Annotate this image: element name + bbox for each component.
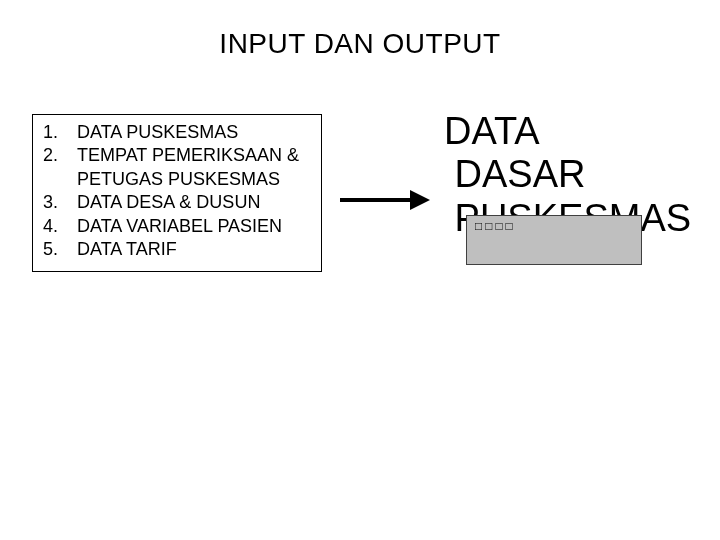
list-item: 1. DATA PUSKESMAS [43,121,311,144]
list-number: 5. [43,238,77,261]
list-text: DATA DESA & DUSUN [77,191,311,214]
list-number: 1. [43,121,77,144]
list-item: 4. DATA VARIABEL PASIEN [43,215,311,238]
list-text: DATA TARIF [77,238,311,261]
input-list-box: 1. DATA PUSKESMAS 2. TEMPAT PEMERIKSAAN … [32,114,322,272]
input-list: 1. DATA PUSKESMAS 2. TEMPAT PEMERIKSAAN … [43,121,311,261]
svg-marker-1 [410,190,430,210]
list-item: 3. DATA DESA & DUSUN [43,191,311,214]
list-number: 4. [43,215,77,238]
list-item: 2. TEMPAT PEMERIKSAAN & PETUGAS PUSKESMA… [43,144,311,191]
list-text: DATA VARIABEL PASIEN [77,215,311,238]
diagram-stage: INPUT DAN OUTPUT 1. DATA PUSKESMAS 2. TE… [0,0,720,540]
arrow-icon [340,188,430,212]
list-text: TEMPAT PEMERIKSAAN & PETUGAS PUSKESMAS [77,144,311,191]
output-box: □□□□ [466,215,642,265]
list-item: 5. DATA TARIF [43,238,311,261]
list-text: DATA PUSKESMAS [77,121,311,144]
list-number: 2. [43,144,77,191]
slide-title: INPUT DAN OUTPUT [0,28,720,60]
list-number: 3. [43,191,77,214]
